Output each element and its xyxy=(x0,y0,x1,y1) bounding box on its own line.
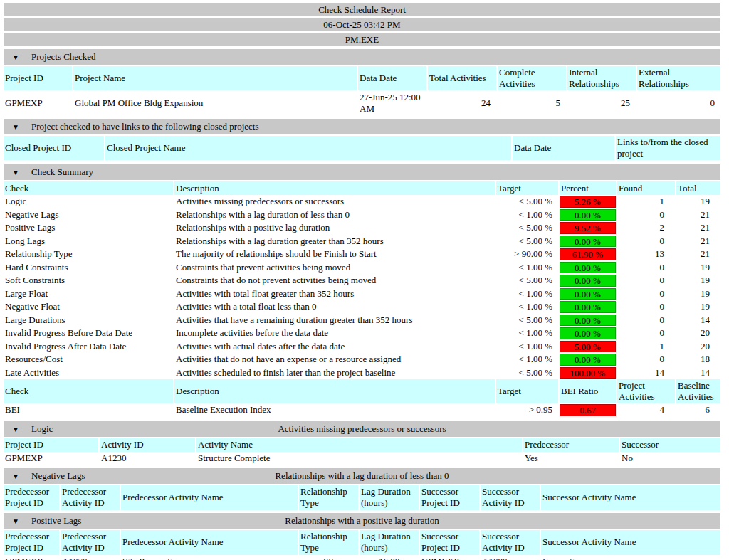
collapse-icon[interactable]: ▼ xyxy=(12,120,19,135)
column-header: Lag Duration (hours) xyxy=(360,485,420,510)
column-header: Predecessor Project ID xyxy=(4,485,61,510)
check-total: 21 xyxy=(676,248,720,261)
column-header: Successor xyxy=(620,438,720,452)
check-target: < 1.00 % xyxy=(496,327,560,340)
check-target: < 5.00 % xyxy=(496,274,560,287)
column-header: Predecessor Activity Name xyxy=(121,485,299,510)
bei-table: Check Description Target BEI Ratio Proje… xyxy=(4,379,720,417)
lag-duration: 16.00 xyxy=(360,555,420,560)
table-row: Resources/Cost Activities that do not ha… xyxy=(4,353,720,366)
check-target: > 0.95 xyxy=(496,403,560,417)
check-description: Activities missing predecessors or succe… xyxy=(174,195,496,208)
check-target: < 5.00 % xyxy=(496,221,560,235)
check-total: 21 xyxy=(676,221,720,235)
positive-lags-header-row: Predecessor Project ID Predecessor Activ… xyxy=(4,530,720,555)
check-total: 20 xyxy=(676,327,720,340)
percent-badge: 0.00 % xyxy=(560,209,616,221)
section-logic: ▼Logic Activities missing predecessors o… xyxy=(4,421,720,437)
column-header: Predecessor Project ID xyxy=(4,530,61,555)
percent-badge: 5.26 % xyxy=(560,196,616,208)
column-header: Project ID xyxy=(4,66,73,90)
column-header: Project Activities xyxy=(617,379,676,403)
has-predecessor: Yes xyxy=(523,452,620,465)
check-total: 19 xyxy=(676,195,720,208)
check-target: < 5.00 % xyxy=(496,366,560,380)
percent-badge: 0.00 % xyxy=(560,275,616,287)
check-target: < 1.00 % xyxy=(496,300,560,314)
table-row: GPMEXP A1070 Site Preparation SS 16.00 G… xyxy=(4,555,720,560)
check-found: 2 xyxy=(617,221,676,235)
percent-badge: 0.00 % xyxy=(560,262,616,274)
section-check-summary: ▼Check Summary xyxy=(4,164,720,180)
check-target: < 1.00 % xyxy=(496,208,560,222)
column-header: Complete Activities xyxy=(498,66,567,90)
percent-badge: 5.00 % xyxy=(560,341,616,353)
check-found: 14 xyxy=(617,366,676,380)
collapse-icon[interactable]: ▼ xyxy=(12,50,19,65)
positive-lags-table: Predecessor Project ID Predecessor Activ… xyxy=(4,530,720,560)
column-header: Relationship Type xyxy=(299,530,360,555)
percent-badge: 9.52 % xyxy=(560,222,616,234)
column-header: Data Date xyxy=(513,136,616,160)
collapse-icon[interactable]: ▼ xyxy=(12,165,19,181)
check-target: < 1.00 % xyxy=(496,340,560,354)
predecessor-project-id: GPMEXP xyxy=(4,555,61,560)
check-name: Logic xyxy=(4,195,174,208)
table-row: Positive Lags Relationships with a posit… xyxy=(4,221,720,235)
report-title: Check Schedule Report xyxy=(4,3,720,16)
check-name: Late Activities xyxy=(4,366,174,380)
percent-badge: 61.90 % xyxy=(560,248,616,260)
check-total: 21 xyxy=(676,235,720,248)
check-description: Baseline Execution Index xyxy=(174,403,496,417)
internal-relationships: 25 xyxy=(567,90,637,116)
column-header: Relationship Type xyxy=(299,485,360,510)
check-total: 19 xyxy=(676,261,720,275)
table-row: Relationship Type The majority of relati… xyxy=(4,248,720,261)
check-description: Constraints that do not prevent activiti… xyxy=(174,274,496,287)
project-name: Global PM Office Bldg Expansion xyxy=(73,90,358,116)
has-successor: No xyxy=(620,452,720,465)
check-found: 1 xyxy=(617,340,676,354)
table-row: GPMEXP Global PM Office Bldg Expansion 2… xyxy=(4,90,720,116)
relationship-type: SS xyxy=(299,555,360,560)
column-header: Links to/from the closed project xyxy=(616,136,720,160)
check-description: Activities with a total float less than … xyxy=(174,300,496,314)
activity-name: Structure Complete xyxy=(196,452,523,465)
external-relationships: 0 xyxy=(637,90,720,116)
check-name: Positive Lags xyxy=(4,221,174,235)
table-row: Soft Constraints Constraints that do not… xyxy=(4,274,720,287)
column-header: Baseline Activities xyxy=(676,379,720,403)
column-header: Predecessor xyxy=(523,438,620,452)
section-positive-lags: ▼Positive Lags Relationships with a posi… xyxy=(4,513,720,529)
column-header: Check xyxy=(4,181,174,195)
table-row: Hard Constraints Constraints that preven… xyxy=(4,261,720,275)
projects-table: Project ID Project Name Data Date Total … xyxy=(4,66,720,116)
section-description: Relationships with a lag duration of les… xyxy=(4,468,720,484)
percent-badge: 0.00 % xyxy=(560,301,616,313)
check-found: 0 xyxy=(617,235,676,248)
percent-badge: 0.00 % xyxy=(560,236,616,248)
activity-id: A1230 xyxy=(100,452,196,465)
column-header: Found xyxy=(617,181,676,195)
projects-header-row: Project ID Project Name Data Date Total … xyxy=(4,66,720,90)
check-schedule-report-page: Check Schedule Report 06-Oct-25 03:42 PM… xyxy=(0,0,729,560)
logic-table: Project ID Activity ID Activity Name Pre… xyxy=(4,438,720,465)
predecessor-activity-name: Site Preparation xyxy=(121,555,299,560)
percent-badge: 100.00 % xyxy=(560,367,616,379)
column-header: Total xyxy=(676,181,720,195)
column-header: Total Activities xyxy=(428,66,498,90)
column-header: Predecessor Activity Name xyxy=(121,530,299,555)
column-header: Successor Activity Name xyxy=(541,530,720,555)
column-header: Target xyxy=(496,379,560,403)
check-description: Activities that do not have an expense o… xyxy=(174,353,496,366)
check-found: 0 xyxy=(617,327,676,340)
baseline-activities: 6 xyxy=(676,403,720,417)
check-name: Long Lags xyxy=(4,235,174,248)
check-description: Incomplete activities before the data da… xyxy=(174,327,496,340)
check-total: 14 xyxy=(676,314,720,327)
check-name: Negative Float xyxy=(4,300,174,314)
column-header: External Relationships xyxy=(637,66,720,90)
table-row: Negative Float Activities with a total f… xyxy=(4,300,720,314)
table-row: Large Float Activities with total float … xyxy=(4,287,720,301)
check-summary-header-row: Check Description Target Percent Found T… xyxy=(4,181,720,195)
